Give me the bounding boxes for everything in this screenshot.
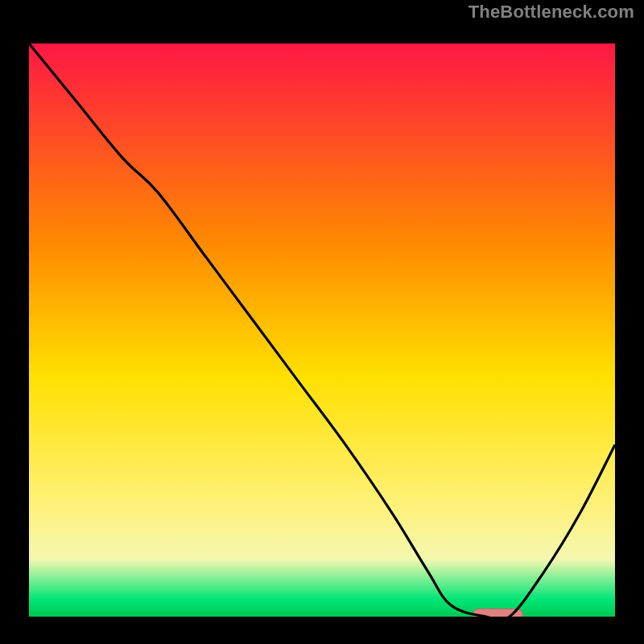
plot-background-gradient (29, 43, 615, 617)
bottleneck-chart (0, 0, 644, 644)
